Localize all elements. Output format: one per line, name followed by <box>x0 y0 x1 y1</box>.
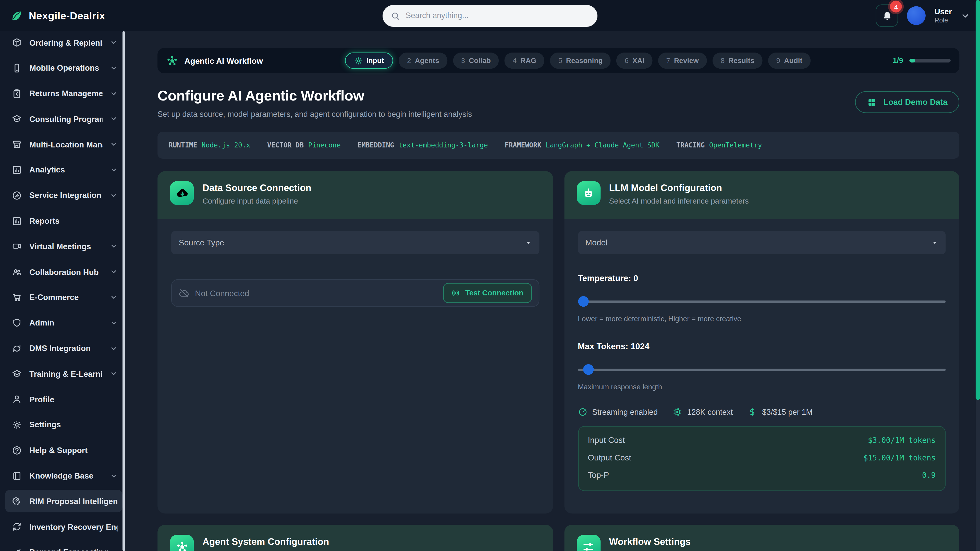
sidebar-item[interactable]: Consulting Programs <box>5 108 123 130</box>
slider-thumb[interactable] <box>578 296 589 307</box>
global-search[interactable] <box>383 5 597 27</box>
card-subtitle: Configure input data pipeline <box>202 197 311 205</box>
step-label: Reasoning <box>566 57 603 64</box>
cloud-off-icon <box>179 288 189 299</box>
knowledge-icon <box>12 471 22 481</box>
workflow-step[interactable]: 3 Collab <box>453 52 499 69</box>
admin-icon <box>12 318 22 328</box>
workflow-step[interactable]: 8 Results <box>713 52 762 69</box>
cost-value: 0.9 <box>922 471 935 479</box>
workflow-settings-header: Workflow Settings Decision thresholds an… <box>564 525 959 551</box>
notifications-button[interactable]: 4 <box>876 4 898 27</box>
demand-icon <box>12 547 22 551</box>
ecommerce-icon <box>12 292 22 302</box>
runtime-item: TRACING OpenTelemetry <box>676 141 762 149</box>
sidebar-item[interactable]: RIM Proposal Intelligence <box>5 490 123 513</box>
workflow-settings-card: Workflow Settings Decision thresholds an… <box>564 525 959 551</box>
sidebar-item[interactable]: Settings <box>5 413 123 436</box>
model-feature-badge: $3/$15 per 1M <box>748 407 813 417</box>
test-connection-button[interactable]: Test Connection <box>443 283 531 303</box>
page-scrollbar[interactable] <box>976 0 980 551</box>
sidebar-item[interactable]: Knowledge Base <box>5 465 123 487</box>
workflow-step[interactable]: 2 Agents <box>399 52 447 69</box>
card-title: Workflow Settings <box>609 536 741 547</box>
workflow-step[interactable]: 6 XAI <box>617 52 652 69</box>
chevron-down-icon <box>110 345 118 352</box>
sidebar-item[interactable]: Demand Forecasting <box>5 541 123 551</box>
sidebar-scrollbar[interactable] <box>123 31 125 551</box>
step-label: Collab <box>469 57 491 64</box>
dms-icon <box>12 343 22 353</box>
notification-badge: 4 <box>890 0 902 13</box>
card-subtitle: Select AI model and inference parameters <box>609 197 749 205</box>
slider-track[interactable] <box>578 300 945 303</box>
chevron-down-icon[interactable] <box>961 11 970 21</box>
workflow-progress-group: 1/9 <box>893 56 951 65</box>
card-icon-box <box>170 181 194 205</box>
slider-thumb[interactable] <box>584 364 594 375</box>
search-icon <box>391 11 400 21</box>
slider-track[interactable] <box>578 368 945 371</box>
workflow-step[interactable]: 7 Review <box>658 52 707 69</box>
cost-value: $15.00/1M tokens <box>863 453 935 462</box>
sidebar-item[interactable]: Inventory Recovery Engine <box>5 516 123 538</box>
workflow-progress-bar <box>909 59 951 62</box>
page-scrollbar-thumb[interactable] <box>976 0 980 400</box>
card-icon-box <box>576 535 600 551</box>
sidebar-item[interactable]: Returns Management <box>5 82 123 105</box>
runtime-label: EMBEDDING <box>358 141 394 149</box>
runtime-label: VECTOR DB <box>267 141 304 149</box>
sidebar-item-label: Reports <box>29 216 59 226</box>
sidebar-item[interactable]: Analytics <box>5 159 123 181</box>
top-right-group: 4 User Role <box>876 4 970 27</box>
sidebar-item[interactable]: Training & E-Learning <box>5 362 123 385</box>
reports-icon <box>12 216 22 226</box>
sidebar-item[interactable]: Admin <box>5 311 123 334</box>
chevron-down-icon <box>110 39 118 46</box>
step-label: Review <box>674 57 699 64</box>
connection-status-panel: Not Connected Test Connection <box>171 279 539 307</box>
search-input[interactable] <box>406 11 589 20</box>
max-tokens-slider[interactable] <box>578 364 945 375</box>
returns-icon <box>12 89 22 98</box>
sidebar-item[interactable]: Ordering & Replenishment <box>5 31 123 54</box>
workflow-step[interactable]: Input <box>345 52 393 69</box>
sidebar-item-label: Inventory Recovery Engine <box>29 522 118 531</box>
avatar[interactable] <box>907 6 926 25</box>
sidebar-item[interactable]: E-Commerce <box>5 286 123 309</box>
chevron-down-icon <box>110 166 118 173</box>
sidebar-item[interactable]: Virtual Meetings <box>5 235 123 258</box>
user-meta[interactable]: User Role <box>935 7 952 24</box>
workflow-bar-title: Agentic AI Workflow <box>184 56 263 65</box>
runtime-item: EMBEDDING text-embedding-3-large <box>358 141 488 149</box>
chevron-down-icon <box>110 64 118 72</box>
main-content: Agentic AI Workflow Input 2 Agents 3 <box>125 31 976 551</box>
workflow-steps: Input 2 Agents 3 Collab 4 RAG <box>345 52 810 69</box>
step-number: 9 <box>776 57 780 64</box>
model-select[interactable]: Model <box>578 231 945 254</box>
temperature-slider[interactable] <box>578 296 945 307</box>
cost-label: Input Cost <box>588 435 625 445</box>
runtime-label: RUNTIME <box>169 141 197 149</box>
cost-label: Top-P <box>588 470 609 480</box>
source-type-select[interactable]: Source Type <box>171 231 539 254</box>
load-demo-data-button[interactable]: Load Demo Data <box>855 91 959 113</box>
agent-card-header: Agent System Configuration Configure mul… <box>158 525 553 551</box>
sidebar-item[interactable]: Help & Support <box>5 439 123 462</box>
sidebar-item[interactable]: DMS Integration <box>5 337 123 359</box>
sidebar-item[interactable]: Collaboration Hub <box>5 261 123 283</box>
sidebar-item[interactable]: Reports <box>5 210 123 232</box>
workflow-step[interactable]: 9 Audit <box>768 52 811 69</box>
sidebar-item[interactable]: Service Integration <box>5 184 123 206</box>
runtime-value: text-embedding-3-large <box>398 141 488 149</box>
collaboration-icon <box>12 267 22 277</box>
sidebar-item[interactable]: Multi-Location Management <box>5 133 123 156</box>
chip-icon <box>673 407 682 417</box>
source-type-label: Source Type <box>179 238 224 248</box>
chevron-down-icon <box>110 115 118 123</box>
model-select-label: Model <box>585 238 608 248</box>
sidebar-item[interactable]: Profile <box>5 388 123 410</box>
sidebar-item[interactable]: Mobile Operations <box>5 57 123 79</box>
workflow-step[interactable]: 4 RAG <box>504 52 545 69</box>
workflow-step[interactable]: 5 Reasoning <box>550 52 611 69</box>
